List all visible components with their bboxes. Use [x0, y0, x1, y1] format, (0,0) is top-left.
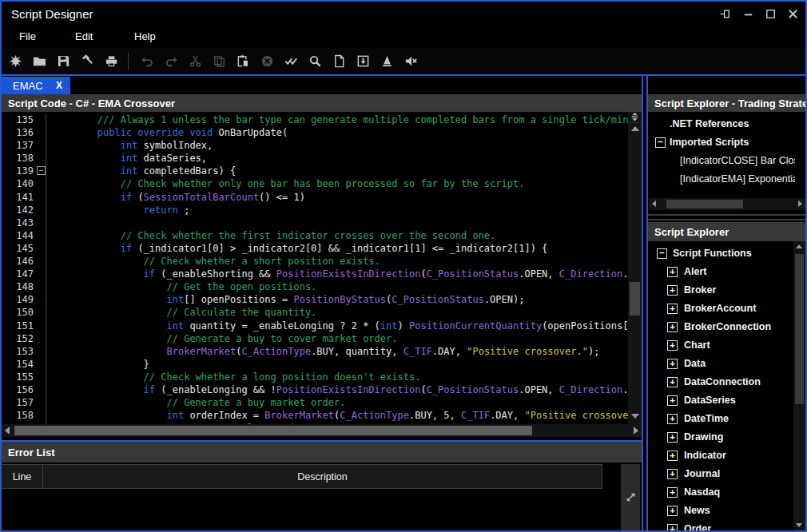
code-line[interactable]: 149 int[] openPositions = PositionByStat… [2, 293, 628, 306]
mute-button[interactable] [400, 52, 421, 71]
expand-icon[interactable]: + [667, 395, 678, 406]
tree-item-datetime[interactable]: +DateTime [648, 410, 795, 428]
code-editor[interactable]: 135 /// Always 1 unless the bar type can… [2, 112, 628, 424]
code-line[interactable]: 138 int dataSeries, [2, 152, 628, 165]
error-column-description[interactable]: Description [43, 464, 602, 489]
tree-item-dataconnection[interactable]: +DataConnection [648, 373, 795, 391]
tree-item-order[interactable]: +Order [648, 520, 795, 532]
code-line[interactable]: 145 if (_indicator1[0] > _indicator2[0] … [2, 242, 628, 255]
expand-icon[interactable]: + [667, 322, 678, 332]
code-line[interactable]: 155 // Check whether a long position doe… [2, 371, 628, 383]
maximize-button[interactable] [763, 6, 778, 22]
scroll-down-arrow[interactable] [796, 523, 802, 527]
build-button[interactable] [77, 52, 97, 71]
scroll-right-arrow[interactable] [634, 427, 638, 435]
sidebar-vscroll-thumb[interactable] [795, 254, 804, 404]
code-line[interactable]: 151 int quantity = _enableLonging ? 2 * … [2, 320, 628, 332]
minimize-button[interactable] [741, 6, 756, 22]
code-line[interactable]: 139 int completedBars) {− [2, 165, 628, 177]
sidebar-horizontal-scrollbar[interactable] [649, 198, 805, 210]
code-line[interactable]: 152 // Generate a buy to cover market or… [2, 332, 628, 345]
expand-icon[interactable]: + [667, 487, 678, 498]
import-button[interactable] [352, 52, 373, 71]
tree-item-journal[interactable]: +Journal [648, 465, 795, 483]
sidebar-vertical-scrollbar[interactable] [793, 241, 805, 530]
code-horizontal-scrollbar[interactable] [2, 424, 642, 437]
expand-icon[interactable]: + [667, 285, 678, 296]
expand-icon[interactable]: + [667, 414, 678, 424]
print-button[interactable] [101, 52, 121, 71]
code-line[interactable]: 136 public override void OnBarUpdate( [2, 126, 628, 139]
collapse-icon[interactable]: − [655, 137, 666, 148]
expand-icon[interactable]: + [667, 451, 678, 461]
code-line[interactable]: 147 if (_enableShorting && PositionExist… [2, 268, 628, 280]
tree-item-drawing[interactable]: +Drawing [648, 428, 795, 447]
code-line[interactable]: 154 } [2, 358, 628, 371]
tree-item-brokeraccount[interactable]: +BrokerAccount [648, 300, 795, 318]
code-line[interactable]: 156 if (_enableLonging && !PositionExist… [2, 383, 628, 396]
scroll-right-arrow[interactable] [798, 200, 802, 207]
expand-icon[interactable]: + [667, 377, 678, 387]
code-line[interactable]: 137 int symbolIndex, [2, 139, 628, 152]
sidebar-hscroll-thumb[interactable] [666, 200, 743, 208]
code-hscroll-thumb[interactable] [14, 426, 532, 435]
tree-item-news[interactable]: +News [648, 502, 795, 520]
code-line[interactable]: 158 int orderIndex = BrokerMarket(C_Acti… [2, 409, 628, 422]
popout-arrow-icon[interactable] [625, 491, 637, 530]
expand-icon[interactable]: + [667, 432, 678, 443]
tree-item-brokerconnection[interactable]: +BrokerConnection [648, 318, 795, 336]
document-button[interactable] [328, 52, 349, 71]
tab-close-icon[interactable]: X [56, 80, 62, 91]
tree-item-indicator[interactable]: +Indicator [648, 447, 795, 465]
code-line[interactable]: 150 // Calculate the quantity. [2, 306, 628, 319]
save-button[interactable] [53, 52, 74, 71]
tab-emac[interactable]: EMAC X [2, 77, 70, 94]
fold-marker-icon[interactable]: − [37, 166, 46, 175]
code-line[interactable]: 146 // Check whether a short position ex… [2, 255, 628, 268]
error-column-line[interactable]: Line [2, 464, 43, 489]
sidebar-splitter[interactable] [648, 214, 805, 220]
tree-item-data[interactable]: +Data [648, 355, 795, 373]
code-line[interactable]: 142 return ; [2, 204, 628, 216]
tree-item-script-functions[interactable]: −Script Functions [648, 244, 795, 263]
code-line[interactable]: 148 // Get the open positions. [2, 280, 628, 293]
close-button[interactable] [785, 6, 801, 22]
expand-icon[interactable]: + [667, 469, 678, 479]
code-line[interactable]: 135 /// Always 1 unless the bar type can… [2, 113, 628, 126]
tree-item-chart[interactable]: +Chart [648, 336, 795, 355]
search-button[interactable] [304, 52, 325, 71]
expand-icon[interactable]: + [667, 304, 678, 314]
expand-icon[interactable]: + [667, 267, 678, 277]
splitter-grip-icon[interactable] [628, 112, 642, 123]
expand-icon[interactable]: + [667, 506, 678, 516]
tree-item--net-references[interactable]: .NET References [648, 115, 795, 133]
scroll-down-arrow[interactable] [631, 414, 639, 419]
compile-button[interactable] [376, 52, 397, 71]
code-line[interactable]: 143 [2, 216, 628, 229]
panel-splitter[interactable] [642, 76, 648, 530]
tree-item-dataseries[interactable]: +DataSeries [648, 391, 795, 410]
expand-icon[interactable]: + [667, 524, 678, 532]
code-line[interactable]: 140 // Check whether only one bar has be… [2, 177, 628, 190]
menu-edit[interactable]: Edit [75, 30, 93, 42]
tree-item-nasdaq[interactable]: +Nasdaq [648, 483, 795, 502]
collapse-icon[interactable]: − [657, 248, 667, 259]
tree-item--indicatorema-exponential[interactable]: [IndicatorEMA] Exponential [648, 170, 795, 189]
code-line[interactable]: 141 if (SessionTotalBarCount() <= 1) [2, 191, 628, 204]
open-button[interactable] [29, 52, 50, 71]
expand-icon[interactable]: + [667, 340, 678, 351]
tree-item-alert[interactable]: +Alert [648, 263, 795, 281]
scroll-up-arrow[interactable] [796, 244, 802, 248]
tree-item-broker[interactable]: +Broker [648, 281, 795, 300]
pin-button[interactable] [718, 6, 733, 22]
new-button[interactable] [5, 52, 26, 71]
tree-item-imported-scripts[interactable]: −Imported Scripts [648, 133, 795, 152]
menu-file[interactable]: File [19, 30, 36, 42]
scroll-up-arrow[interactable] [631, 126, 639, 131]
scroll-left-arrow[interactable] [652, 200, 656, 207]
paste-button[interactable] [233, 52, 253, 71]
code-line[interactable]: 144 // Check whether the first indicator… [2, 229, 628, 242]
tree-item--indicatorclose-bar-close[interactable]: [IndicatorCLOSE] Bar Close [648, 152, 795, 170]
code-vscroll-thumb[interactable] [630, 282, 640, 316]
code-vertical-scrollbar[interactable] [628, 112, 642, 424]
